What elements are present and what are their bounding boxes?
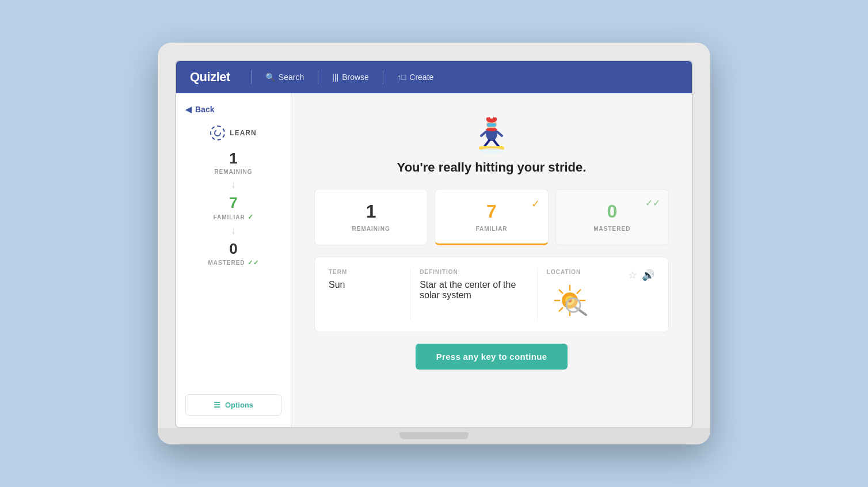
continue-button[interactable]: Press any key to continue bbox=[416, 344, 568, 370]
familiar-card-number: 7 bbox=[486, 201, 497, 222]
term-card: TERM Sun DEFINITION Star at the center o… bbox=[314, 257, 669, 332]
mastered-card-check-icon: ✓✓ bbox=[645, 197, 660, 208]
familiar-count: 7 bbox=[229, 194, 237, 212]
familiar-check-icon: ✓ bbox=[248, 213, 254, 221]
back-arrow-icon: ◀ bbox=[185, 105, 192, 114]
familiar-card: ✓ 7 FAMILIAR bbox=[435, 189, 548, 245]
speaker-icon[interactable]: 🔊 bbox=[642, 269, 654, 281]
search-icon: 🔍 bbox=[265, 73, 275, 82]
svg-line-9 bbox=[497, 132, 502, 136]
term-actions: ☆ 🔊 bbox=[628, 269, 654, 281]
svg-line-10 bbox=[485, 140, 489, 146]
svg-line-19 bbox=[559, 308, 562, 311]
svg-line-15 bbox=[577, 290, 581, 294]
term-header: TERM bbox=[329, 269, 401, 275]
col-divider-1 bbox=[410, 269, 410, 320]
term-value: Sun bbox=[329, 280, 401, 290]
nav-divider-2 bbox=[318, 70, 318, 84]
back-button[interactable]: ◀ Back bbox=[185, 105, 281, 114]
nav-divider-3 bbox=[383, 70, 383, 84]
star-icon[interactable]: ☆ bbox=[628, 269, 637, 281]
arrow-down-1: ↓ bbox=[231, 178, 236, 191]
sidebar: ◀ Back LEARN 1 REMAINING bbox=[176, 93, 291, 427]
svg-point-28 bbox=[567, 299, 580, 311]
learn-progress-icon bbox=[210, 125, 225, 140]
continue-btn-wrapper: Press any key to continue bbox=[314, 344, 669, 370]
nav-browse[interactable]: ||| Browse bbox=[332, 73, 369, 82]
location-header: LOCATION bbox=[547, 269, 619, 275]
remaining-card-label: REMAINING bbox=[352, 226, 390, 232]
nav-divider-1 bbox=[251, 70, 252, 84]
learn-circle-svg bbox=[214, 129, 222, 137]
learn-title: LEARN bbox=[230, 129, 256, 137]
definition-header: DEFINITION bbox=[420, 269, 528, 275]
svg-rect-6 bbox=[487, 123, 496, 127]
mastered-card-number: 0 bbox=[607, 201, 617, 222]
mastered-count: 0 bbox=[229, 240, 237, 258]
options-label: Options bbox=[225, 401, 253, 409]
nav-search-label: Search bbox=[279, 73, 304, 82]
mastered-label: MASTERED ✓✓ bbox=[208, 259, 258, 267]
app-logo: Quizlet bbox=[190, 70, 230, 85]
svg-line-8 bbox=[481, 132, 486, 136]
navbar: Quizlet 🔍 Search ||| Browse ↑□ Create bbox=[176, 61, 692, 93]
laptop-base bbox=[158, 428, 710, 444]
col-divider-2 bbox=[537, 269, 538, 320]
mascot-area bbox=[314, 112, 669, 153]
familiar-label: FAMILIAR ✓ bbox=[213, 213, 253, 221]
options-button[interactable]: ☰ Options bbox=[185, 394, 281, 416]
options-icon: ☰ bbox=[214, 401, 220, 409]
stats-cards: 1 REMAINING ✓ 7 FAMILIAR ✓✓ 0 MASTERED bbox=[314, 189, 669, 245]
nav-create[interactable]: ↑□ Create bbox=[397, 73, 434, 82]
familiar-card-label: FAMILIAR bbox=[475, 226, 507, 232]
right-panel: You're really hitting your stride. 1 REM… bbox=[291, 93, 692, 427]
definition-value: Star at the center of the solar system bbox=[420, 280, 528, 300]
mastered-check-icon: ✓✓ bbox=[248, 259, 259, 267]
arrow-down-2: ↓ bbox=[231, 225, 236, 237]
svg-line-21 bbox=[559, 290, 562, 294]
laptop-frame: Quizlet 🔍 Search ||| Browse ↑□ Create bbox=[158, 43, 710, 444]
laptop-notch bbox=[399, 432, 469, 439]
remaining-label: REMAINING bbox=[214, 169, 252, 175]
remaining-stat: 1 REMAINING bbox=[214, 150, 252, 175]
back-label: Back bbox=[195, 105, 214, 114]
sun-svg bbox=[547, 283, 599, 318]
mastered-card: ✓✓ 0 MASTERED bbox=[555, 189, 669, 245]
svg-line-11 bbox=[494, 140, 498, 146]
familiar-stat: 7 FAMILIAR ✓ bbox=[213, 194, 253, 221]
location-column: LOCATION bbox=[547, 269, 619, 320]
remaining-card: 1 REMAINING bbox=[314, 189, 428, 245]
nav-browse-label: Browse bbox=[342, 73, 369, 82]
sun-illustration bbox=[547, 283, 619, 320]
mascot-illustration bbox=[473, 112, 510, 153]
remaining-count: 1 bbox=[229, 150, 237, 168]
main-content: ◀ Back LEARN 1 REMAINING bbox=[176, 93, 692, 427]
create-icon: ↑□ bbox=[397, 73, 406, 82]
svg-point-5 bbox=[490, 115, 493, 119]
learn-label-row: LEARN bbox=[210, 125, 256, 140]
definition-column: DEFINITION Star at the center of the sol… bbox=[420, 269, 528, 300]
learn-section: LEARN 1 REMAINING ↓ 7 FAMILIAR ✓ bbox=[185, 125, 281, 267]
term-column: TERM Sun bbox=[329, 269, 401, 290]
laptop-screen: Quizlet 🔍 Search ||| Browse ↑□ Create bbox=[175, 60, 693, 428]
headline: You're really hitting your stride. bbox=[314, 160, 669, 175]
mastered-stat: 0 MASTERED ✓✓ bbox=[208, 240, 258, 267]
familiar-card-check-icon: ✓ bbox=[531, 197, 540, 210]
remaining-card-number: 1 bbox=[366, 201, 376, 222]
svg-point-7 bbox=[486, 128, 497, 131]
nav-search[interactable]: 🔍 Search bbox=[265, 73, 304, 82]
browse-icon: ||| bbox=[332, 73, 338, 82]
mastered-card-label: MASTERED bbox=[593, 226, 630, 232]
svg-point-0 bbox=[215, 130, 220, 136]
nav-create-label: Create bbox=[409, 73, 433, 82]
